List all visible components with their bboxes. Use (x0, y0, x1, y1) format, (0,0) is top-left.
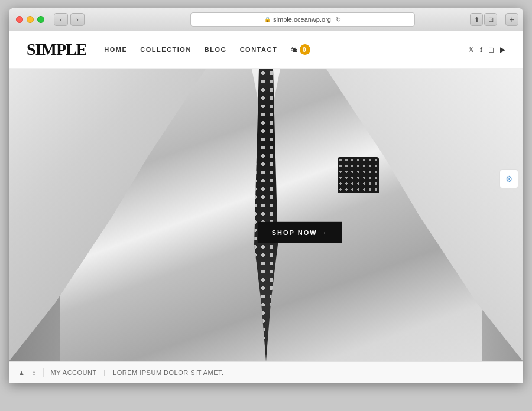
cart-icon-symbol: 🛍 (290, 46, 298, 53)
reload-button[interactable]: ↻ (336, 16, 341, 24)
website-content: SIMPLE HOME COLLECTION BLOG CONTACT 🛍 0 … (9, 31, 523, 383)
footer-separator (43, 368, 44, 377)
my-account-link[interactable]: MY ACCOUNT (51, 369, 97, 376)
minimize-button[interactable] (27, 16, 34, 23)
pocket-dots (338, 157, 379, 193)
resize-button[interactable]: ⊡ (484, 13, 497, 26)
nav-collection[interactable]: COLLECTION (140, 46, 192, 53)
traffic-lights (16, 16, 44, 23)
scroll-up-icon[interactable]: ▲ (18, 369, 25, 376)
tie-dots (242, 69, 290, 361)
lock-icon: 🔒 (264, 17, 271, 22)
site-header: SIMPLE HOME COLLECTION BLOG CONTACT 🛍 0 … (9, 31, 523, 69)
shop-now-button[interactable]: SHOP NOW → (258, 221, 342, 243)
right-lapel (292, 69, 524, 361)
footer-tagline: LOREM IPSUM DOLOR SIT AMET. (113, 369, 224, 376)
nav-contact[interactable]: CONTACT (240, 46, 277, 53)
browser-window: ‹ › 🔒 simple.oceanwp.org ↻ ⬆ ⊡ + SIMPLE … (9, 8, 523, 383)
cart-badge: 0 (300, 44, 310, 55)
back-button[interactable]: ‹ (54, 13, 68, 26)
pocket-square (338, 157, 379, 193)
maximize-button[interactable] (37, 16, 44, 23)
instagram-icon[interactable]: ◻ (488, 45, 494, 54)
address-bar-container: 🔒 simple.oceanwp.org ↻ (89, 12, 516, 27)
hero-section: SHOP NOW → ⚙ (9, 69, 523, 361)
social-icons: 𝕏 f ◻ ▶ (468, 45, 505, 54)
twitter-icon[interactable]: 𝕏 (468, 45, 474, 54)
hero-image (9, 69, 523, 361)
footer-separator-text: | (104, 369, 106, 376)
footer-bar: ▲ ⌂ MY ACCOUNT | LOREM IPSUM DOLOR SIT A… (9, 361, 523, 383)
url-text: simple.oceanwp.org (273, 16, 331, 23)
nav-blog[interactable]: BLOG (205, 46, 227, 53)
cart-button[interactable]: 🛍 0 (290, 44, 310, 55)
gear-icon: ⚙ (505, 174, 513, 184)
titlebar: ‹ › 🔒 simple.oceanwp.org ↻ ⬆ ⊡ + (9, 8, 523, 31)
settings-button[interactable]: ⚙ (499, 169, 518, 188)
home-icon[interactable]: ⌂ (32, 369, 36, 376)
youtube-icon[interactable]: ▶ (500, 45, 505, 54)
new-tab-button[interactable]: + (505, 13, 518, 26)
share-button[interactable]: ⬆ (470, 13, 483, 26)
close-button[interactable] (16, 16, 23, 23)
address-bar[interactable]: 🔒 simple.oceanwp.org ↻ (190, 12, 415, 27)
site-logo: SIMPLE (27, 40, 86, 59)
nav-home[interactable]: HOME (104, 46, 127, 53)
facebook-icon[interactable]: f (480, 45, 482, 54)
forward-button[interactable]: › (70, 13, 85, 26)
left-lapel (9, 69, 241, 361)
site-nav: HOME COLLECTION BLOG CONTACT 🛍 0 (104, 44, 468, 55)
nav-buttons: ‹ › (54, 13, 85, 26)
